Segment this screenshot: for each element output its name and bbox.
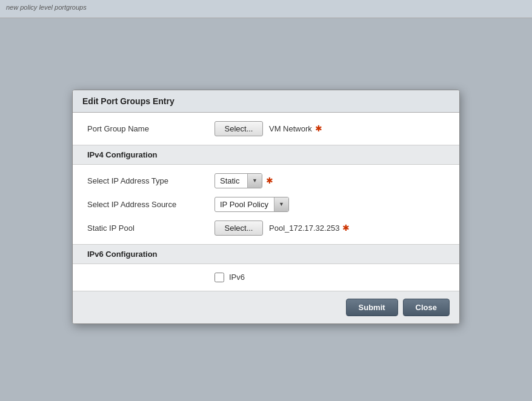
ip-address-source-dropdown[interactable]: IP Pool Policy Manual ▼ xyxy=(214,197,289,212)
ipv6-checkbox[interactable] xyxy=(214,273,224,282)
ip-address-source-arrow[interactable]: ▼ xyxy=(274,197,288,211)
ipv6-checkbox-row: IPv6 xyxy=(87,273,445,282)
dialog-footer: Submit Close xyxy=(73,291,459,323)
ip-address-type-dropdown[interactable]: Static DHCP ▼ xyxy=(214,173,262,188)
static-ip-pool-value: Pool_172.17.32.253 xyxy=(269,224,339,233)
ip-address-source-label: Select IP Address Source xyxy=(87,200,214,209)
port-group-name-row: Port Group Name Select... VM Network ✱ xyxy=(87,121,445,136)
port-group-name-label: Port Group Name xyxy=(87,124,214,133)
port-group-name-required: ✱ xyxy=(315,124,322,133)
ipv4-form-section: Select IP Address Type Static DHCP ▼ ✱ S… xyxy=(73,165,459,244)
ipv6-section-header: IPv6 Configuration xyxy=(73,244,459,264)
ip-address-source-select[interactable]: IP Pool Policy Manual xyxy=(215,197,274,211)
dialog-title: Edit Port Groups Entry xyxy=(73,90,459,113)
static-ip-pool-required: ✱ xyxy=(342,223,350,233)
ip-address-type-arrow[interactable]: ▼ xyxy=(247,174,262,188)
port-group-name-value: VM Network xyxy=(269,124,312,133)
ip-address-type-select[interactable]: Static DHCP xyxy=(215,174,247,188)
ipv6-checkbox-container: IPv6 xyxy=(214,273,245,282)
close-button[interactable]: Close xyxy=(403,299,450,316)
ip-address-type-label: Select IP Address Type xyxy=(87,176,214,185)
dialog-body: Port Group Name Select... VM Network ✱ I… xyxy=(73,113,459,291)
ip-address-source-row: Select IP Address Source IP Pool Policy … xyxy=(87,197,445,212)
ipv4-section-header: IPv4 Configuration xyxy=(73,145,459,165)
submit-button[interactable]: Submit xyxy=(346,299,398,316)
port-group-name-section: Port Group Name Select... VM Network ✱ xyxy=(73,113,459,145)
static-ip-pool-row: Static IP Pool Select... Pool_172.17.32.… xyxy=(87,220,445,236)
port-group-name-select-button[interactable]: Select... xyxy=(214,121,263,136)
ip-address-type-required: ✱ xyxy=(266,176,273,185)
ip-address-type-row: Select IP Address Type Static DHCP ▼ ✱ xyxy=(87,173,445,188)
static-ip-pool-label: Static IP Pool xyxy=(87,224,214,233)
background-hint: new policy level portgroups xyxy=(0,0,532,18)
static-ip-pool-select-button[interactable]: Select... xyxy=(214,220,263,236)
ipv6-form-section: IPv6 xyxy=(73,264,459,291)
ipv6-checkbox-label[interactable]: IPv6 xyxy=(229,273,245,282)
edit-port-groups-dialog: Edit Port Groups Entry Port Group Name S… xyxy=(72,90,460,324)
